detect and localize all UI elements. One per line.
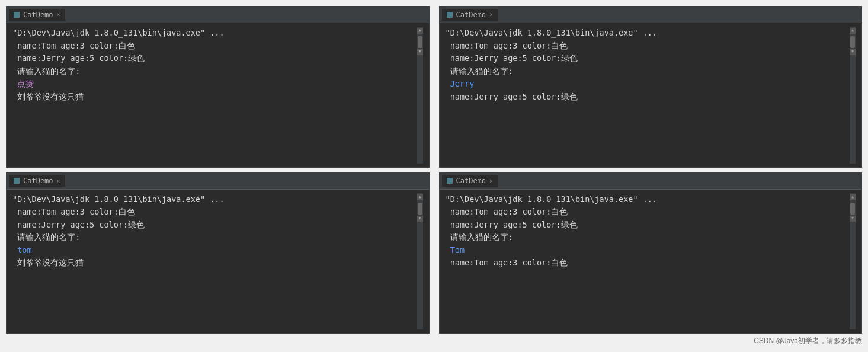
terminal-line: "D:\Dev\Java\jdk 1.8.0_131\bin\java.exe"… [12,27,417,40]
tab-bar: CatDemo× [7,7,429,23]
scroll-down-button[interactable]: ▼ [850,49,856,55]
scroll-up-button[interactable]: ▲ [417,28,423,34]
terminal-body: "D:\Dev\Java\jdk 1.8.0_131\bin\java.exe"… [7,190,429,334]
terminal-line: Tom [446,244,850,257]
terminal-line: "D:\Dev\Java\jdk 1.8.0_131\bin\java.exe"… [446,193,850,206]
footer: CSDN @Java初学者，请多多指教 [6,334,862,346]
tab-bar: CatDemo× [440,7,862,23]
terminal-line: 请输入猫的名字: [12,231,417,244]
scroll-down-button[interactable]: ▼ [417,216,423,222]
scroll-up-button[interactable]: ▲ [850,28,856,34]
scrollbar-thumb[interactable] [418,203,422,215]
terminal-line: 请输入猫的名字: [446,65,850,78]
terminal-line: 点赞 [12,78,417,91]
scrollbar[interactable]: ▲▼ [417,193,423,330]
panel-top-left: CatDemo×"D:\Dev\Java\jdk 1.8.0_131\bin\j… [6,6,430,168]
terminal-line: name:Jerry age:5 color:绿色 [12,52,417,65]
top-row: CatDemo×"D:\Dev\Java\jdk 1.8.0_131\bin\j… [6,6,862,168]
terminal-line: name:Tom age:3 color:白色 [446,257,850,270]
terminal-line: name:Tom age:3 color:白色 [12,40,417,53]
scrollbar[interactable]: ▲▼ [850,27,856,164]
scrollbar[interactable]: ▲▼ [850,193,856,330]
tab-bar: CatDemo× [440,173,862,190]
terminal-line: 请输入猫的名字: [12,65,417,78]
scrollbar-thumb[interactable] [418,36,422,48]
terminal-content: "D:\Dev\Java\jdk 1.8.0_131\bin\java.exe"… [446,27,850,164]
terminal-icon [447,12,453,18]
terminal-line: name:Jerry age:5 color:绿色 [446,219,850,232]
terminal-line: Jerry [446,78,850,91]
terminal-line: name:Jerry age:5 color:绿色 [446,91,850,104]
terminal-line: 请输入猫的名字: [446,231,850,244]
tab-catdemo[interactable]: CatDemo× [9,175,65,187]
scrollbar-thumb[interactable] [850,36,855,48]
terminal-line: name:Tom age:3 color:白色 [12,206,417,219]
terminal-line: "D:\Dev\Java\jdk 1.8.0_131\bin\java.exe"… [446,27,850,40]
tab-label: CatDemo [23,11,53,19]
terminal-line: tom [12,244,417,257]
terminal-line: name:Jerry age:5 color:绿色 [12,219,417,232]
close-tab-button[interactable]: × [57,178,60,184]
terminal-body: "D:\Dev\Java\jdk 1.8.0_131\bin\java.exe"… [7,23,429,167]
scroll-up-button[interactable]: ▲ [417,194,423,200]
tab-catdemo[interactable]: CatDemo× [9,9,65,21]
terminal-line: name:Tom age:3 color:白色 [446,206,850,219]
panel-top-right: CatDemo×"D:\Dev\Java\jdk 1.8.0_131\bin\j… [439,6,863,168]
terminal-icon [14,12,20,18]
terminal-line: 刘爷爷没有这只猫 [12,257,417,270]
tab-catdemo[interactable]: CatDemo× [442,175,498,187]
tab-label: CatDemo [456,11,486,19]
terminal-content: "D:\Dev\Java\jdk 1.8.0_131\bin\java.exe"… [12,193,417,330]
terminal-line: name:Tom age:3 color:白色 [446,40,850,53]
panel-bottom-left: CatDemo×"D:\Dev\Java\jdk 1.8.0_131\bin\j… [6,172,430,334]
close-tab-button[interactable]: × [489,178,493,184]
terminal-line: "D:\Dev\Java\jdk 1.8.0_131\bin\java.exe"… [12,193,417,206]
close-tab-button[interactable]: × [57,11,60,18]
terminal-content: "D:\Dev\Java\jdk 1.8.0_131\bin\java.exe"… [12,27,417,164]
panel-bottom-right: CatDemo×"D:\Dev\Java\jdk 1.8.0_131\bin\j… [439,172,863,334]
scrollbar-thumb[interactable] [850,203,855,215]
scroll-up-button[interactable]: ▲ [850,194,856,200]
terminal-line: name:Jerry age:5 color:绿色 [446,52,850,65]
scrollbar[interactable]: ▲▼ [417,27,423,164]
terminal-body: "D:\Dev\Java\jdk 1.8.0_131\bin\java.exe"… [440,190,862,334]
terminal-icon [447,178,453,184]
tab-label: CatDemo [23,177,53,185]
terminal-body: "D:\Dev\Java\jdk 1.8.0_131\bin\java.exe"… [440,23,862,167]
terminal-content: "D:\Dev\Java\jdk 1.8.0_131\bin\java.exe"… [446,193,850,330]
bottom-row: CatDemo×"D:\Dev\Java\jdk 1.8.0_131\bin\j… [6,172,862,334]
close-tab-button[interactable]: × [489,11,493,18]
terminal-line: 刘爷爷没有这只猫 [12,91,417,104]
terminal-icon [14,178,20,184]
tab-label: CatDemo [456,177,486,185]
scroll-down-button[interactable]: ▼ [417,49,423,55]
tab-bar: CatDemo× [7,173,429,190]
tab-catdemo[interactable]: CatDemo× [442,9,498,21]
scroll-down-button[interactable]: ▼ [850,216,856,222]
